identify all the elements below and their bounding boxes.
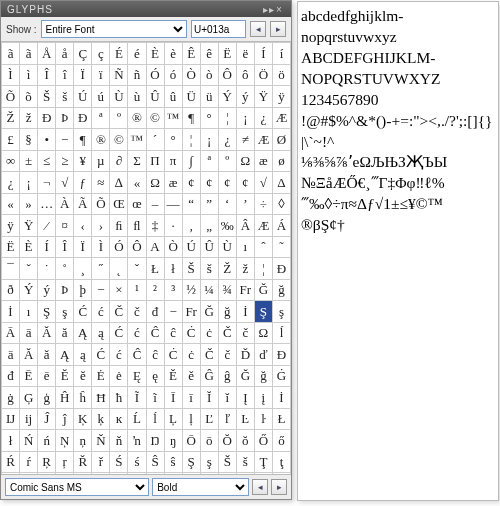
glyph-cell[interactable]: ” <box>201 194 219 216</box>
glyph-cell[interactable]: œ <box>128 194 146 216</box>
glyph-cell[interactable]: ŀ <box>255 409 273 431</box>
glyph-cell[interactable]: Ş <box>38 301 56 323</box>
glyph-cell[interactable]: ° <box>201 108 219 130</box>
glyph-cell[interactable]: ¡ <box>201 129 219 151</box>
glyph-cell[interactable]: ğ <box>219 301 237 323</box>
glyph-cell[interactable]: Fr <box>183 301 201 323</box>
glyph-cell[interactable]: ¤ <box>56 215 74 237</box>
glyph-cell[interactable]: Į <box>237 387 255 409</box>
glyph-cell[interactable]: ć <box>128 323 146 345</box>
glyph-cell[interactable]: Đ <box>273 344 291 366</box>
glyph-cell[interactable]: Ń <box>20 430 38 452</box>
glyph-cell[interactable]: Ö <box>255 65 273 87</box>
glyph-cell[interactable]: Š <box>219 452 237 474</box>
glyph-cell[interactable]: ċ <box>201 323 219 345</box>
glyph-cell[interactable]: Ś <box>110 452 128 474</box>
glyph-grid[interactable]: ããÅåÇçÉéÈèÊêËëÍíÌìÎîÏïÑñÓóÒòÔôÖöÕõŠšÚúÙù… <box>1 42 291 474</box>
glyph-cell[interactable]: Û <box>147 86 165 108</box>
glyph-cell[interactable]: Ω <box>255 323 273 345</box>
glyph-cell[interactable]: ħ <box>110 387 128 409</box>
glyph-cell[interactable]: ¾ <box>219 280 237 302</box>
glyph-cell[interactable]: ≤ <box>38 151 56 173</box>
glyph-cell[interactable]: Ĳ <box>2 409 20 431</box>
glyph-cell[interactable]: ¹ <box>128 280 146 302</box>
glyph-cell[interactable]: » <box>20 194 38 216</box>
glyph-cell[interactable]: ¦ <box>255 258 273 280</box>
glyph-cell[interactable]: Č <box>110 301 128 323</box>
glyph-cell[interactable]: ô <box>237 65 255 87</box>
glyph-cell[interactable]: ï <box>92 65 110 87</box>
glyph-cell[interactable]: Ú <box>183 237 201 259</box>
glyph-cell[interactable]: ª <box>201 151 219 173</box>
glyph-cell[interactable]: © <box>147 108 165 130</box>
footer-nav-prev[interactable]: ◂ <box>252 479 268 495</box>
glyph-cell[interactable]: Ĩ <box>128 387 146 409</box>
glyph-cell[interactable]: ĉ <box>147 344 165 366</box>
glyph-cell[interactable]: Ð <box>38 108 56 130</box>
glyph-cell[interactable]: Ł <box>147 258 165 280</box>
glyph-cell[interactable]: Ć <box>110 323 128 345</box>
glyph-cell[interactable]: Æ <box>255 215 273 237</box>
glyph-cell[interactable]: ģ <box>38 387 56 409</box>
glyph-cell[interactable]: ţ <box>273 452 291 474</box>
glyph-cell[interactable]: ê <box>201 43 219 65</box>
glyph-cell[interactable]: Ş <box>183 452 201 474</box>
glyph-cell[interactable]: Ó <box>110 237 128 259</box>
glyph-cell[interactable]: Ì <box>2 65 20 87</box>
glyph-cell[interactable]: Σ <box>128 151 146 173</box>
glyph-cell[interactable]: é <box>128 43 146 65</box>
glyph-cell[interactable]: Ò <box>183 65 201 87</box>
glyph-cell[interactable]: Ŕ <box>2 452 20 474</box>
glyph-cell[interactable]: ¿ <box>219 129 237 151</box>
glyph-cell[interactable]: Ğ <box>255 280 273 302</box>
glyph-cell[interactable]: ś <box>128 452 146 474</box>
glyph-cell[interactable]: º <box>110 108 128 130</box>
glyph-cell[interactable]: Ÿ <box>20 215 38 237</box>
glyph-cell[interactable]: Ã <box>74 194 92 216</box>
glyph-cell[interactable]: ň <box>110 430 128 452</box>
glyph-cell[interactable]: − <box>92 280 110 302</box>
glyph-cell[interactable]: í <box>273 43 291 65</box>
glyph-cell[interactable]: ĺ <box>147 409 165 431</box>
glyph-cell[interactable]: ‹ <box>74 215 92 237</box>
glyph-cell[interactable]: “ <box>183 194 201 216</box>
glyph-cell[interactable]: ġ <box>2 387 20 409</box>
glyph-cell[interactable]: ì <box>20 65 38 87</box>
glyph-cell[interactable]: Ŭ <box>147 473 165 474</box>
glyph-cell[interactable]: ö <box>273 65 291 87</box>
glyph-cell[interactable]: Ð <box>273 258 291 280</box>
glyph-cell[interactable]: ų <box>273 473 291 474</box>
glyph-cell[interactable]: Ü <box>183 86 201 108</box>
glyph-cell[interactable]: Ĉ <box>147 323 165 345</box>
glyph-cell[interactable]: č <box>128 301 146 323</box>
glyph-cell[interactable]: © <box>110 129 128 151</box>
glyph-cell[interactable]: √ <box>56 172 74 194</box>
glyph-cell[interactable]: Ű <box>219 473 237 474</box>
glyph-cell[interactable]: Ñ <box>110 65 128 87</box>
glyph-cell[interactable]: ® <box>92 129 110 151</box>
glyph-cell[interactable]: ﬂ <box>128 215 146 237</box>
glyph-cell[interactable]: Â <box>237 215 255 237</box>
glyph-cell[interactable]: Ï <box>74 237 92 259</box>
glyph-cell[interactable]: ¡ <box>20 172 38 194</box>
glyph-cell[interactable]: − <box>165 301 183 323</box>
glyph-cell[interactable]: į <box>255 387 273 409</box>
glyph-cell[interactable]: ņ <box>74 430 92 452</box>
glyph-cell[interactable]: ğ <box>273 280 291 302</box>
glyph-cell[interactable]: È <box>20 237 38 259</box>
glyph-cell[interactable]: É <box>110 43 128 65</box>
glyph-cell[interactable]: ć <box>110 344 128 366</box>
glyph-cell[interactable]: Ċ <box>165 344 183 366</box>
glyph-cell[interactable]: Ù <box>110 86 128 108</box>
glyph-cell[interactable]: ˜ <box>273 237 291 259</box>
glyph-cell[interactable]: ˛ <box>110 258 128 280</box>
glyph-cell[interactable]: ² <box>147 280 165 302</box>
glyph-cell[interactable]: Ũ <box>74 473 92 474</box>
glyph-cell[interactable]: Ï <box>74 65 92 87</box>
glyph-cell[interactable]: Ė <box>92 366 110 388</box>
glyph-cell[interactable]: ý <box>237 86 255 108</box>
glyph-cell[interactable]: ł <box>165 258 183 280</box>
glyph-cell[interactable]: Æ <box>273 108 291 130</box>
glyph-cell[interactable]: ı <box>20 301 38 323</box>
glyph-cell[interactable]: Ĺ <box>128 409 146 431</box>
